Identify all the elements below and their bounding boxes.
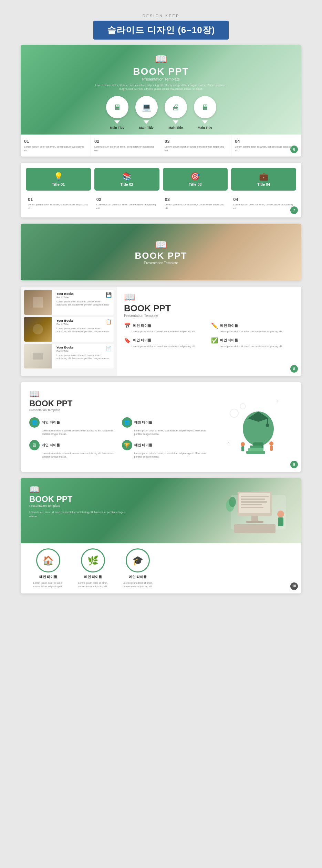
- svg-text:×: ×: [227, 440, 230, 445]
- num-title-1: 01: [24, 139, 87, 144]
- s8-item-header-4: ✅ 메인 타이틀: [211, 337, 295, 344]
- book-item-title-1: Your Books: [56, 292, 112, 296]
- slide-6: 📖 BOOK PPT Presentation Template Lorem i…: [21, 45, 301, 157]
- lightbulb-illustration-container: + ×: [224, 393, 286, 461]
- s9-item-header-1: 🌐 메인 타이틀: [29, 417, 118, 428]
- s10-circle-3: 🎓: [126, 548, 150, 572]
- num-text-3: Lorem ipsum dolor sit amet, consectetuer…: [165, 145, 228, 152]
- svg-rect-16: [248, 448, 263, 451]
- book-content-1: 💾 Your Books Book Title Lorem ipsum dolo…: [54, 290, 114, 315]
- title-box-3: 🎯 Title 03: [163, 168, 228, 191]
- slide8-content: 💾 Your Books Book Title Lorem ipsum dolo…: [21, 287, 301, 376]
- slide-7: 💡 Title 01 📚 Title 02 🎯 Title 03 💼 Title…: [21, 163, 301, 217]
- s9-item-title-4: 메인 타이틀: [134, 443, 153, 448]
- iso-illustration-svg: [224, 485, 293, 538]
- s8-item-icon-1: 📅: [124, 322, 131, 329]
- slide6-top-section: 📖 BOOK PPT Presentation Template Lorem i…: [21, 45, 301, 135]
- s9-circle-icon-1: 🌐: [29, 417, 40, 428]
- s9-item-text-4: Lorem ipsum dolor sit amet, consectetuer…: [122, 452, 210, 459]
- svg-point-11: [241, 442, 245, 446]
- slide6-lorem: Lorem ipsum dolor sit amet, consectetuer…: [92, 83, 230, 91]
- title-box-label-2: Title 02: [97, 182, 157, 186]
- s7-num-1: 01: [28, 197, 89, 202]
- header-title-box: 슬라이드 디자인 (6–10장): [93, 21, 229, 40]
- s7-num-2: 02: [96, 197, 157, 202]
- s10-title: BOOK PPT: [29, 494, 210, 504]
- circle-arrow-1: [114, 120, 120, 124]
- book-item-text-2: Lorem ipsum dolor sit amet, consectetuer…: [56, 327, 112, 333]
- slide10-top: 📖 BOOK PPT Presentation Template Lorem i…: [21, 478, 301, 543]
- book-item-subtitle-3: Book Title: [56, 350, 112, 353]
- slide8-left: 💾 Your Books Book Title Lorem ipsum dolo…: [21, 287, 117, 376]
- svg-rect-15: [246, 451, 265, 454]
- slide6-header: 📖 BOOK PPT Presentation Template Lorem i…: [28, 53, 294, 91]
- slide9-right: + ×: [217, 389, 293, 465]
- s10-circle-1: 🏠: [36, 548, 60, 572]
- s7-text-1: Lorem ipsum dolor sit amet, consectetuer…: [28, 203, 89, 210]
- s8-item-icon-3: 🔖: [124, 337, 131, 344]
- svg-point-0: [33, 324, 43, 334]
- title-box-icon-3: 🎯: [166, 172, 225, 181]
- svg-rect-30: [278, 517, 283, 526]
- book-item-subtitle-1: Book Title: [56, 296, 112, 299]
- book-item-icon-2: 📋: [106, 319, 112, 324]
- s9-item-header-4: 🏆 메인 타이틀: [122, 440, 210, 450]
- slide-9: 📖 BOOK PPT Presentation Template 🌐 메인 타이…: [21, 382, 301, 472]
- s9-item-1: 🌐 메인 타이틀 Lorem ipsum dolor sit amet, con…: [29, 417, 118, 436]
- photo-template: Presentation Template: [135, 261, 187, 265]
- slide-number-10: 10: [290, 582, 298, 590]
- s8-item-title-4: 메인 타이틀: [220, 338, 238, 343]
- svg-point-13: [269, 441, 273, 446]
- s7-col-1: 01 Lorem ipsum dolor sit amet, consectet…: [26, 195, 91, 212]
- s8-item-title-3: 메인 타이틀: [133, 338, 151, 343]
- s9-item-4: 🏆 메인 타이틀 Lorem ipsum dolor sit amet, con…: [122, 440, 210, 459]
- svg-rect-14: [270, 446, 273, 451]
- s10-circle-item-1: 🏠 메인 타이틀 Lorem ipsum dolor sit amet, con…: [29, 548, 67, 588]
- s9-template: Presentation Template: [29, 408, 210, 412]
- circle-label-4: Main Title: [198, 126, 212, 129]
- svg-rect-23: [241, 501, 267, 503]
- slide10-bottom: 🏠 메인 타이틀 Lorem ipsum dolor sit amet, con…: [21, 543, 301, 593]
- header-subtitle: DESIGN KEEP: [21, 14, 301, 18]
- svg-rect-27: [246, 521, 263, 523]
- circle-label-2: Main Title: [139, 126, 153, 129]
- book-item-text-1: Lorem ipsum dolor sit amet, consectetuer…: [56, 300, 112, 306]
- slide9-left: 📖 BOOK PPT Presentation Template 🌐 메인 타이…: [29, 389, 210, 465]
- slide7-content: 💡 Title 01 📚 Title 02 🎯 Title 03 💼 Title…: [21, 163, 301, 217]
- slide6-circles-row: 🖥 Main Title 💻 Main Title 🖨 Main Title 🖥: [28, 96, 294, 129]
- title-box-label-3: Title 03: [166, 182, 225, 186]
- num-text-4: Lorem ipsum dolor sit amet, consectetuer…: [235, 145, 298, 152]
- svg-rect-21: [241, 496, 269, 497]
- book-item-subtitle-2: Book Title: [56, 323, 112, 326]
- book-item-title-2: Your Books: [56, 319, 112, 322]
- svg-point-10: [266, 424, 269, 427]
- s7-num-4: 04: [233, 197, 294, 202]
- title-box-icon-1: 💡: [29, 172, 88, 181]
- s8-item-2: ✏️ 메인 타이틀 Lorem ipsum dolor sit amet, co…: [211, 322, 295, 334]
- s9-item-title-3: 메인 타이틀: [42, 443, 60, 448]
- s8-item-1: 📅 메인 타이틀 Lorem ipsum dolor sit amet, con…: [124, 322, 208, 334]
- s9-item-text-2: Lorem ipsum dolor sit amet, consectetuer…: [122, 429, 210, 436]
- header: DESIGN KEEP 슬라이드 디자인 (6–10장): [21, 7, 301, 45]
- slide6-numbers-row: 01 Lorem ipsum dolor sit amet, consectet…: [21, 135, 301, 157]
- s10-circles-row: 🏠 메인 타이틀 Lorem ipsum dolor sit amet, con…: [29, 548, 293, 588]
- s9-grid: 🌐 메인 타이틀 Lorem ipsum dolor sit amet, con…: [29, 417, 210, 458]
- s8-item-icon-2: ✏️: [211, 322, 218, 329]
- svg-rect-28: [234, 524, 276, 533]
- num-text-2: Lorem ipsum dolor sit amet, consectetuer…: [94, 145, 157, 152]
- s8-item-header-3: 🔖 메인 타이틀: [124, 337, 208, 344]
- circle-item-1: 🖥 Main Title: [106, 96, 128, 129]
- s8-grid: 📅 메인 타이틀 Lorem ipsum dolor sit amet, con…: [124, 322, 294, 348]
- photo-book-icon: 📖: [135, 239, 187, 250]
- slide6-template: Presentation Template: [28, 77, 294, 81]
- s9-circle-icon-4: 🏆: [122, 440, 132, 450]
- num-title-3: 03: [165, 139, 228, 144]
- book-list-item-1: 💾 Your Books Book Title Lorem ipsum dolo…: [24, 290, 114, 315]
- svg-rect-26: [251, 516, 258, 521]
- title-box-4: 💼 Title 04: [231, 168, 296, 191]
- s9-item-title-2: 메인 타이틀: [134, 420, 153, 425]
- svg-rect-12: [241, 446, 244, 451]
- s7-text-3: Lorem ipsum dolor sit amet, consectetuer…: [165, 203, 226, 210]
- book-item-icon-3: 📄: [106, 346, 112, 351]
- s10-circle-item-2: 🌿 메인 타이틀 Lorem ipsum dolor sit amet, con…: [74, 548, 112, 588]
